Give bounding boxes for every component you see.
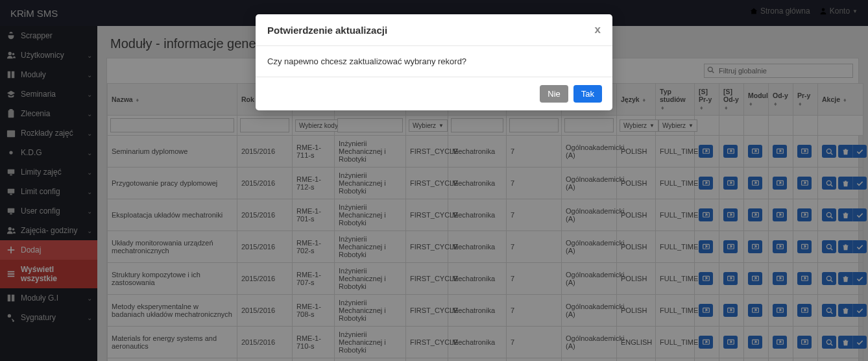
modal-no-button[interactable]: Nie — [540, 85, 568, 103]
confirm-modal: Potwierdzenie aktualizacji x Czy napewno… — [256, 14, 612, 110]
modal-yes-button[interactable]: Tak — [573, 85, 602, 103]
modal-close-button[interactable]: x — [595, 23, 601, 36]
modal-body: Czy napewno chcesz zaktualizować wybrany… — [256, 46, 612, 77]
modal-title: Potwierdzenie aktualizacji — [267, 25, 387, 36]
